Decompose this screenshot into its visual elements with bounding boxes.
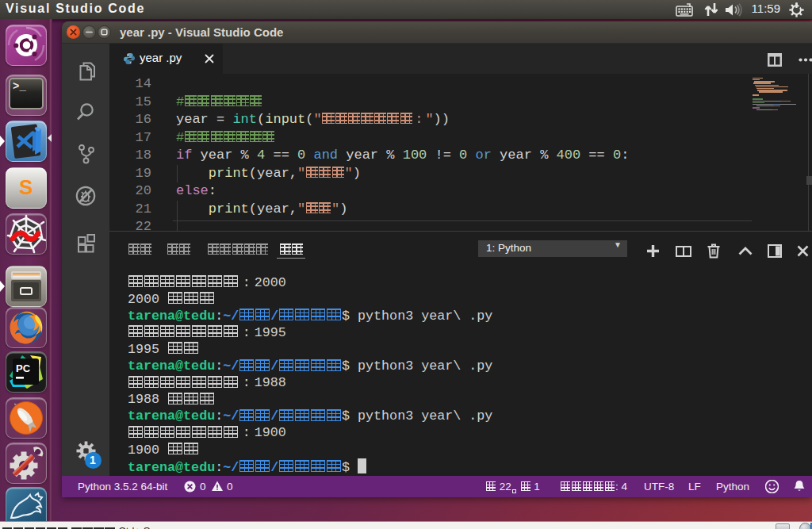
svg-text:PC: PC <box>16 362 31 374</box>
